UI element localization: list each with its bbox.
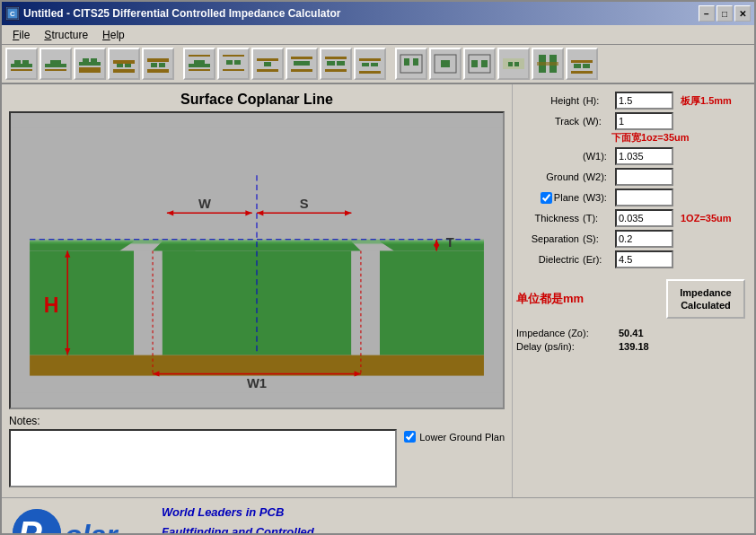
svg-text:C: C — [10, 10, 15, 18]
svg-rect-25 — [223, 55, 244, 57]
ground-row: Ground (W2): — [516, 168, 745, 186]
diagram-canvas: W S T H W1 — [9, 111, 505, 409]
svg-rect-18 — [151, 63, 157, 67]
svg-rect-21 — [189, 64, 210, 67]
svg-rect-59 — [583, 64, 590, 68]
svg-rect-16 — [113, 69, 135, 73]
impedance-result-row: Impedance (Zo): 50.41 — [516, 328, 745, 338]
toolbar-btn-1[interactable] — [5, 48, 38, 80]
delay-result-row: Delay (ps/in): 139.18 — [516, 341, 745, 352]
toolbar-btn-5[interactable] — [142, 48, 174, 80]
height-annotation: 板厚1.5mm — [681, 94, 732, 108]
svg-text:T: T — [446, 235, 454, 250]
toolbar-btn-12[interactable] — [395, 48, 427, 80]
menu-help[interactable]: Help — [95, 27, 132, 43]
svg-rect-10 — [83, 58, 89, 62]
maximize-button[interactable]: □ — [716, 5, 733, 22]
svg-rect-22 — [194, 60, 205, 64]
notes-section: Notes: — [9, 415, 397, 490]
ground-unit: (W2): — [583, 171, 611, 182]
toolbar-btn-3[interactable] — [74, 48, 106, 80]
svg-rect-60 — [571, 71, 593, 74]
svg-rect-57 — [571, 60, 593, 63]
svg-rect-14 — [117, 64, 123, 67]
toolbar-btn-16[interactable] — [532, 48, 564, 80]
circuit-diagram: W S T H W1 — [11, 113, 503, 408]
toolbar-btn-8[interactable] — [251, 48, 284, 80]
separation-input[interactable] — [615, 230, 673, 248]
menu-file[interactable]: File — [5, 27, 37, 43]
plane-label-group: Plane — [516, 192, 579, 204]
impedance-result-label: Impedance (Zo): — [516, 328, 615, 338]
logo-area: P olar World Leaders in PCB Faultfinding… — [2, 497, 754, 535]
toolbar-btn-7[interactable] — [217, 48, 250, 80]
svg-rect-8 — [45, 69, 66, 71]
svg-rect-20 — [147, 69, 169, 73]
w1-spacer — [516, 151, 579, 162]
svg-rect-29 — [257, 58, 278, 61]
svg-rect-19 — [159, 63, 165, 67]
plane-input[interactable] — [615, 189, 673, 206]
plane-row: Plane (W3): — [516, 189, 745, 206]
svg-rect-52 — [508, 62, 513, 66]
toolbar-btn-13[interactable] — [429, 48, 462, 80]
params-panel: Height (H): 板厚1.5mm Track (W): 下面宽1oz=35… — [512, 84, 754, 497]
svg-rect-53 — [514, 62, 519, 66]
toolbar-btn-9[interactable] — [286, 48, 318, 80]
svg-text:H: H — [44, 294, 59, 317]
menu-structure[interactable]: Structure — [37, 27, 95, 43]
svg-rect-42 — [359, 71, 381, 74]
toolbar-btn-14[interactable] — [463, 48, 496, 80]
svg-rect-33 — [294, 61, 310, 66]
svg-rect-66 — [134, 250, 163, 355]
svg-rect-11 — [91, 58, 97, 62]
toolbar-btn-11[interactable] — [354, 48, 386, 80]
toolbar-btn-17[interactable] — [566, 48, 598, 80]
svg-rect-38 — [325, 69, 347, 72]
svg-rect-2 — [11, 64, 32, 67]
toolbar-btn-4[interactable] — [108, 48, 140, 80]
w1-row: (W1): — [516, 147, 745, 165]
notes-textarea[interactable] — [9, 429, 397, 487]
svg-rect-49 — [471, 60, 478, 67]
svg-rect-43 — [400, 55, 422, 73]
toolbar-btn-6[interactable] — [183, 48, 215, 80]
svg-rect-26 — [226, 60, 233, 65]
w1-input[interactable] — [615, 147, 673, 165]
dielectric-input[interactable] — [615, 250, 673, 268]
diagram-panel: Surface Coplanar Line — [2, 84, 512, 497]
toolbar-btn-10[interactable] — [320, 48, 352, 80]
svg-rect-28 — [223, 69, 244, 71]
svg-rect-4 — [22, 60, 29, 64]
toolbar-btn-2[interactable] — [40, 48, 72, 80]
calc-row: 单位都是mm Impedance Calculated — [516, 279, 745, 319]
svg-rect-27 — [234, 60, 241, 65]
svg-rect-17 — [147, 58, 169, 62]
thickness-input[interactable] — [615, 209, 673, 227]
svg-rect-15 — [125, 64, 131, 67]
logo-tagline: World Leaders in PCB Faultfinding and Co… — [162, 503, 743, 535]
impedance-calc-button[interactable]: Impedance Calculated — [666, 279, 745, 319]
svg-rect-35 — [325, 57, 347, 59]
lower-ground-plane-checkbox[interactable] — [404, 431, 416, 443]
track-input[interactable] — [615, 112, 673, 130]
height-input[interactable] — [615, 92, 673, 110]
w1-unit: (W1): — [583, 151, 611, 162]
svg-rect-6 — [45, 64, 66, 67]
ground-input[interactable] — [615, 168, 673, 186]
height-label: Height — [516, 95, 579, 106]
minimize-button[interactable]: − — [699, 5, 715, 22]
polar-logo-circle: P — [13, 509, 61, 536]
track-label: Track — [516, 116, 579, 127]
plane-checkbox[interactable] — [541, 192, 552, 204]
svg-rect-40 — [362, 63, 369, 66]
separation-label: Separation — [516, 233, 579, 244]
svg-rect-36 — [327, 61, 335, 66]
polar-logo: P olar — [13, 509, 144, 536]
close-button[interactable]: ✕ — [734, 5, 751, 22]
track-note-row: 下面宽1oz=35um — [611, 131, 745, 145]
toolbar-btn-15[interactable] — [497, 48, 530, 80]
svg-rect-24 — [189, 69, 210, 71]
thickness-annotation: 1OZ=35um — [681, 213, 732, 224]
track-annotation: 下面宽1oz=35um — [611, 131, 690, 145]
